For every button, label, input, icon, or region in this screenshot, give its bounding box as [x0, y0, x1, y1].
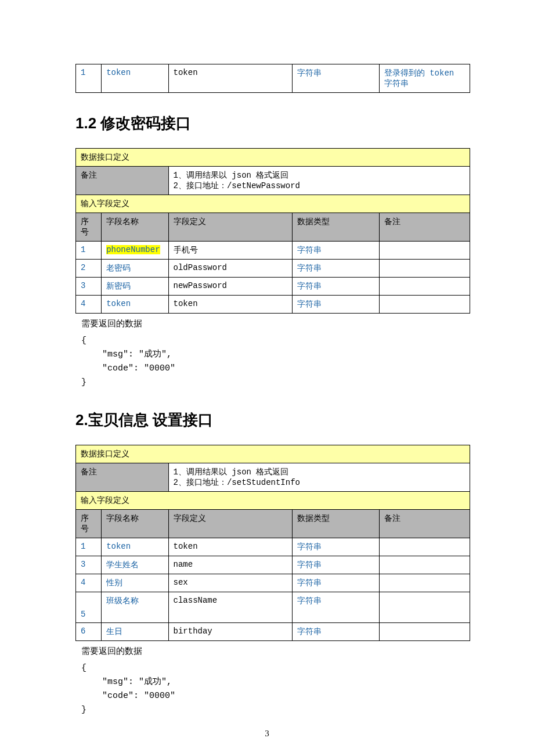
cell-seq: 2 [76, 260, 102, 278]
return-code-2: { "msg": "成功", "code": "0000" } [81, 661, 470, 717]
table-row: 1 token token 字符串 登录得到的 token 字符串 [76, 64, 470, 93]
cell-type: 字符串 [293, 623, 379, 641]
cell-name: 新密码 [102, 278, 168, 296]
col-name: 字段名称 [102, 213, 168, 242]
cell-seq: 1 [76, 538, 102, 556]
cell-def: oldPassword [168, 260, 293, 278]
col-def: 字段定义 [168, 213, 293, 242]
col-seq: 序号 [76, 510, 102, 538]
header-def: 数据接口定义 [76, 445, 470, 463]
header-input: 输入字段定义 [76, 492, 470, 510]
col-seq: 序号 [76, 213, 102, 242]
section-heading-2: 2.宝贝信息 设置接口 [75, 410, 470, 430]
col-note: 备注 [379, 510, 470, 538]
header-def: 数据接口定义 [76, 149, 470, 167]
return-label-12: 需要返回的数据 [81, 318, 470, 329]
col-def: 字段定义 [168, 510, 293, 538]
cell-type: 字符串 [293, 242, 379, 260]
cell-seq: 5 [76, 592, 102, 623]
table-row: 3新密码newPassword字符串 [76, 278, 470, 296]
remark-label: 备注 [76, 463, 169, 492]
cell-type: 字符串 [293, 296, 379, 314]
table-row: 4tokentoken字符串 [76, 296, 470, 314]
cell-name: token [102, 538, 168, 556]
return-code-12: { "msg": "成功", "code": "0000" } [81, 334, 470, 390]
cell-seq: 4 [76, 296, 102, 314]
cell-name: 老密码 [102, 260, 168, 278]
cell-def: token [168, 64, 293, 93]
cell-name: token [102, 296, 168, 314]
table-row: 2老密码oldPassword字符串 [76, 260, 470, 278]
cell-name: phoneNumber [102, 242, 168, 260]
return-label-2: 需要返回的数据 [81, 646, 470, 657]
column-headers: 序号 字段名称 字段定义 数据类型 备注 [76, 510, 470, 538]
cell-note [379, 592, 470, 623]
cell-seq: 4 [76, 574, 102, 592]
cell-note [379, 623, 470, 641]
cell-def: token [168, 296, 293, 314]
cell-seq: 6 [76, 623, 102, 641]
cell-note [379, 278, 470, 296]
col-type: 数据类型 [293, 510, 379, 538]
table-12: 数据接口定义 备注 1、调用结果以 json 格式返回 2、接口地址：/setN… [75, 148, 470, 314]
cell-name: 班级名称 [102, 592, 168, 623]
column-headers: 序号 字段名称 字段定义 数据类型 备注 [76, 213, 470, 242]
table-2: 数据接口定义 备注 1、调用结果以 json 格式返回 2、接口地址：/setS… [75, 445, 470, 641]
remark-content: 1、调用结果以 json 格式返回 2、接口地址：/setStudentInfo [168, 463, 470, 492]
cell-def: className [168, 592, 293, 623]
col-note: 备注 [379, 213, 470, 242]
col-name: 字段名称 [102, 510, 168, 538]
cell-type: 字符串 [293, 278, 379, 296]
remark-content: 1、调用结果以 json 格式返回 2、接口地址：/setNewPassword [168, 167, 470, 195]
cell-def: birthday [168, 623, 293, 641]
cell-def: newPassword [168, 278, 293, 296]
cell-seq: 1 [76, 242, 102, 260]
cell-seq: 3 [76, 556, 102, 574]
cell-note [379, 260, 470, 278]
cell-note [379, 574, 470, 592]
cell-type: 字符串 [293, 64, 379, 93]
table-row: 1tokentoken字符串 [76, 538, 470, 556]
cell-type: 字符串 [293, 260, 379, 278]
table-row: 6生日birthday字符串 [76, 623, 470, 641]
cell-def: name [168, 556, 293, 574]
cell-note [379, 556, 470, 574]
remark-label: 备注 [76, 167, 169, 195]
cell-name: token [102, 64, 168, 93]
cell-type: 字符串 [293, 538, 379, 556]
table-row: 4性别sex字符串 [76, 574, 470, 592]
table-row: 5班级名称className字符串 [76, 592, 470, 623]
cell-type: 字符串 [293, 556, 379, 574]
table-row: 3学生姓名name字符串 [76, 556, 470, 574]
cell-def: 手机号 [168, 242, 293, 260]
cell-seq: 3 [76, 278, 102, 296]
cell-note [379, 242, 470, 260]
cell-note [379, 296, 470, 314]
cell-note [379, 538, 470, 556]
cell-def: token [168, 538, 293, 556]
table-row: 1phoneNumber手机号字符串 [76, 242, 470, 260]
cell-type: 字符串 [293, 592, 379, 623]
page-number: 3 [0, 729, 534, 739]
cell-note: 登录得到的 token 字符串 [379, 64, 470, 93]
top-table: 1 token token 字符串 登录得到的 token 字符串 [75, 64, 470, 93]
cell-name: 性别 [102, 574, 168, 592]
cell-seq: 1 [76, 64, 102, 93]
cell-name: 生日 [102, 623, 168, 641]
cell-name: 学生姓名 [102, 556, 168, 574]
cell-def: sex [168, 574, 293, 592]
header-input: 输入字段定义 [76, 195, 470, 213]
section-heading-12: 1.2 修改密码接口 [75, 113, 470, 134]
cell-type: 字符串 [293, 574, 379, 592]
col-type: 数据类型 [293, 213, 379, 242]
